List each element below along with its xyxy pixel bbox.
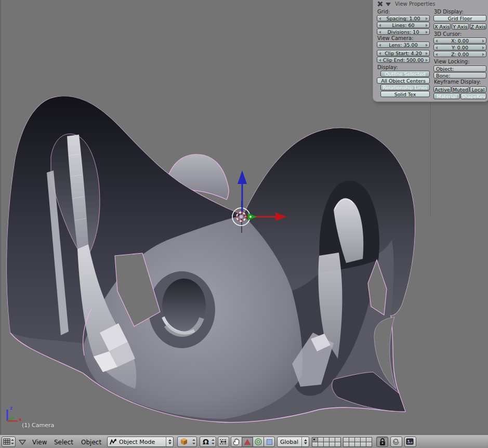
translate-triangle-icon [244, 439, 251, 445]
grid-divisions-field[interactable]: Divisions: 10 [377, 29, 430, 35]
lock-bone-field[interactable]: Bone: [433, 72, 486, 78]
header-collapse-icon[interactable] [19, 440, 26, 445]
clip-end-field[interactable]: Clip End: 500.00 [377, 57, 430, 63]
gizmo-z-label: z [10, 405, 12, 411]
lock-object-field[interactable]: Object: [433, 65, 486, 72]
hand-icon [232, 438, 241, 446]
y-axis-arrow-dot [249, 216, 252, 218]
pivot-stepper[interactable] [212, 439, 215, 445]
orientation-stepper[interactable] [301, 437, 309, 446]
keyframe-shapekey-toggle[interactable]: ShapeKey [460, 93, 486, 99]
grid-section-label: Grid: [377, 9, 390, 15]
3d-display-section-label: 3D Display: [434, 9, 464, 15]
grid-spacing-field[interactable]: Spacing: 1.00 [377, 15, 430, 21]
object-mode-icon [109, 438, 117, 445]
mode-dropdown-stepper[interactable] [166, 437, 173, 446]
view-camera-section-label: View Camera: [377, 35, 414, 41]
view-properties-panel: View Properties Grid: Spacing: 1.00 Line… [373, 0, 488, 102]
x-axis-toggle[interactable]: X Axis [433, 23, 451, 30]
editor-type-button[interactable] [2, 437, 16, 447]
3d-viewport[interactable]: z x (1) Camera View Properties Grid: Spa… [0, 0, 488, 434]
lens-field[interactable]: Lens: 35.00 [377, 42, 430, 48]
keyframe-display-section-label: Keyframe Display: [434, 79, 481, 85]
display-section-label: Display: [377, 64, 398, 70]
pivot-dropdown[interactable]: Ω [200, 437, 216, 447]
z-axis-arrow-head[interactable] [238, 170, 247, 184]
rotate-manipulator-toggle[interactable] [253, 437, 264, 447]
keyframe-muted-toggle[interactable]: Muted [452, 86, 469, 93]
panel-seam-line [430, 102, 431, 216]
draw-mode-dropdown[interactable] [177, 437, 197, 447]
coil-icon [392, 438, 400, 446]
outline-selected-toggle[interactable]: Outline Selected [380, 71, 430, 77]
cursor-z-field[interactable]: Z: 0.00 [433, 51, 486, 57]
rotate-circles-icon [254, 438, 262, 446]
clip-start-field[interactable]: Clip Start: 4.20 [377, 50, 430, 56]
panel-title: View Properties [395, 1, 435, 7]
grid-lines-field[interactable]: Lines: 60 [377, 22, 430, 28]
pivot-rotation-icon: Ω [203, 437, 209, 446]
active-layer-dot [313, 439, 315, 440]
mode-dropdown-label: Object Mode [119, 439, 155, 445]
cursor-x-field[interactable]: X: 0.00 [433, 37, 486, 44]
view-locking-section-label: View Locking: [434, 59, 470, 64]
manipulator-toggle[interactable] [231, 437, 242, 447]
menu-object[interactable]: Object [81, 439, 101, 446]
all-object-centers-toggle[interactable]: All Object Centers [377, 77, 430, 84]
blender-window: z x (1) Camera View Properties Grid: Spa… [0, 0, 488, 448]
cursor-y-field[interactable]: Y: 0.00 [433, 44, 486, 50]
draw-mode-stepper[interactable] [192, 439, 195, 445]
scale-manipulator-toggle[interactable] [263, 437, 275, 447]
layer-button[interactable] [335, 442, 341, 447]
keyframe-active-toggle[interactable]: Active [433, 86, 451, 93]
menu-view[interactable]: View [32, 439, 47, 446]
gizmo-x-label: x [19, 417, 22, 422]
panel-collapse-icon[interactable] [386, 3, 391, 6]
active-camera-label: (1) Camera [22, 422, 54, 429]
solid-tex-toggle[interactable]: Solid Tex [380, 91, 430, 97]
orientation-dropdown[interactable]: Global [277, 437, 309, 447]
editor-type-stepper[interactable] [11, 439, 14, 445]
grid-editor-icon [3, 438, 11, 445]
orientation-label: Global [280, 439, 298, 445]
lock-layers-toggle[interactable] [376, 437, 388, 447]
pivot-center-dot [239, 215, 243, 219]
layer-group-1 [312, 437, 341, 447]
layer-group-2 [343, 437, 373, 447]
3d-cursor-section-label: 3D Cursor: [434, 31, 461, 37]
move-centers-toggle[interactable] [218, 437, 229, 447]
move-centers-icon [219, 438, 228, 445]
view-axis-gizmo: z x [3, 405, 24, 426]
layer-button[interactable] [366, 442, 372, 447]
keyframe-local-toggle[interactable]: Local [470, 86, 486, 93]
keyframe-material-toggle[interactable]: Material [433, 93, 460, 99]
z-axis-toggle[interactable]: Z Axis [470, 23, 486, 30]
solid-cube-icon [180, 438, 188, 446]
viewport-header: View Select Object Object Mode Ω [0, 434, 488, 448]
translate-manipulator-toggle[interactable] [242, 437, 253, 447]
menu-select[interactable]: Select [54, 439, 73, 446]
mode-dropdown[interactable]: Object Mode [107, 437, 174, 447]
relationship-lines-toggle[interactable]: Relationship Lines [380, 84, 430, 90]
panel-close-icon[interactable] [377, 2, 382, 6]
proportional-snap-button[interactable] [390, 437, 402, 447]
y-axis-toggle[interactable]: Y Axis [452, 23, 469, 30]
padlock-icon [379, 438, 386, 446]
sculpture-mesh[interactable] [7, 96, 415, 422]
render-image-icon [406, 438, 414, 445]
scale-square-icon [267, 439, 272, 445]
grid-floor-toggle[interactable]: Grid Floor [433, 15, 486, 21]
render-preview-button[interactable] [404, 437, 416, 447]
